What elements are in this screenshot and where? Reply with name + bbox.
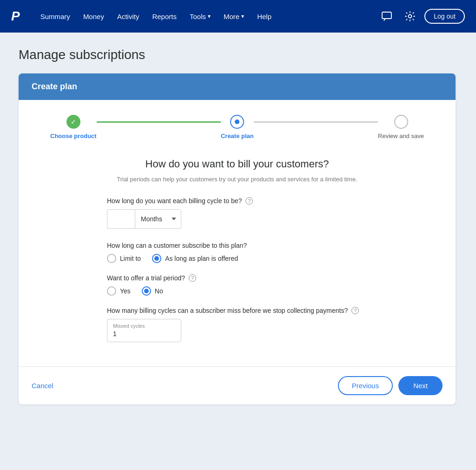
nav-links: Summary Money Activity Reports Tools Mor… — [35, 9, 378, 24]
create-plan-card: Create plan ✓ Choose product Create plan — [19, 73, 456, 404]
radio-label-no: No — [155, 287, 163, 295]
nav-link-money[interactable]: Money — [78, 9, 110, 24]
nav-link-more[interactable]: More — [218, 9, 250, 24]
step-review-and-save: Review and save — [378, 115, 424, 139]
missed-cycles-input[interactable] — [113, 330, 175, 338]
radio-btn-yes[interactable] — [107, 286, 116, 296]
billing-cycle-unit-select[interactable]: Days Weeks Months Years — [135, 209, 181, 229]
billing-cycle-section: How long do you want each billing cycle … — [107, 197, 367, 229]
footer-right: Previous Next — [338, 376, 443, 395]
missed-cycles-input-wrapper: Missed cycles — [107, 319, 181, 342]
card-footer: Cancel Previous Next — [19, 366, 456, 404]
next-button[interactable]: Next — [398, 376, 443, 395]
trial-period-options: Yes No — [107, 286, 367, 296]
svg-rect-0 — [382, 12, 391, 19]
step-choose-product: ✓ Choose product — [50, 115, 97, 139]
radio-btn-no[interactable] — [142, 286, 151, 296]
form-heading: How do you want to bill your customers? — [107, 158, 367, 170]
form-section: How do you want to bill your customers? … — [107, 158, 367, 342]
subscription-duration-options: Limit to As long as plan is offered — [107, 254, 367, 263]
billing-cycle-number-input[interactable] — [107, 209, 135, 229]
radio-as-long-as[interactable]: As long as plan is offered — [152, 254, 238, 263]
previous-button[interactable]: Previous — [338, 376, 393, 395]
radio-no[interactable]: No — [142, 286, 163, 296]
billing-cycle-help-icon[interactable]: ? — [245, 197, 253, 205]
card-header-title: Create plan — [32, 82, 77, 91]
billing-cycle-label-row: How long do you want each billing cycle … — [107, 197, 367, 205]
missed-cycles-section: How many billing cycles can a subscriber… — [107, 307, 367, 342]
step-circle-create-plan — [230, 115, 244, 129]
billing-cycle-inputs: Days Weeks Months Years — [107, 209, 367, 229]
settings-icon-button[interactable] — [401, 7, 419, 25]
subscription-duration-label: How long can a customer subscribe to thi… — [107, 242, 247, 249]
step-label-choose-product: Choose product — [50, 132, 97, 139]
trial-period-label-row: Want to offer a trial period? ? — [107, 274, 367, 282]
form-subtext: Trial periods can help your customers tr… — [107, 175, 367, 184]
radio-label-limit-to: Limit to — [120, 255, 141, 262]
step-connector-2 — [254, 121, 378, 123]
navbar: P Summary Money Activity Reports Tools M… — [0, 0, 476, 33]
missed-cycles-label: How many billing cycles can a subscriber… — [107, 307, 348, 314]
cancel-button[interactable]: Cancel — [32, 382, 53, 390]
radio-label-yes: Yes — [120, 287, 131, 295]
nav-link-help[interactable]: Help — [251, 9, 277, 24]
paypal-logo: P — [11, 9, 20, 24]
step-circle-review-and-save — [394, 115, 408, 129]
step-connector-1 — [97, 121, 221, 123]
step-label-review-and-save: Review and save — [378, 132, 424, 139]
trial-period-help-icon[interactable]: ? — [189, 274, 196, 282]
missed-cycles-help-icon[interactable]: ? — [351, 307, 359, 314]
step-create-plan: Create plan — [221, 115, 254, 139]
card-header: Create plan — [19, 73, 456, 100]
nav-link-reports[interactable]: Reports — [146, 9, 182, 24]
subscription-duration-section: How long can a customer subscribe to thi… — [107, 242, 367, 263]
billing-cycle-label: How long do you want each billing cycle … — [107, 197, 242, 205]
nav-link-activity[interactable]: Activity — [112, 9, 145, 24]
step-circle-choose-product: ✓ — [66, 115, 80, 129]
trial-period-label: Want to offer a trial period? — [107, 274, 185, 282]
page-content: Manage subscriptions Create plan ✓ Choos… — [0, 33, 476, 470]
step-label-create-plan: Create plan — [221, 132, 254, 139]
page-title: Manage subscriptions — [19, 47, 457, 62]
navbar-actions: Log out — [378, 7, 465, 25]
radio-btn-as-long-as[interactable] — [152, 254, 161, 263]
radio-label-as-long-as: As long as plan is offered — [165, 255, 238, 262]
message-icon-button[interactable] — [378, 7, 396, 25]
radio-yes[interactable]: Yes — [107, 286, 131, 296]
trial-period-section: Want to offer a trial period? ? Yes No — [107, 274, 367, 296]
subscription-duration-label-row: How long can a customer subscribe to thi… — [107, 242, 367, 249]
svg-point-1 — [409, 15, 412, 18]
stepper: ✓ Choose product Create plan Review and … — [32, 115, 443, 139]
radio-btn-limit-to[interactable] — [107, 254, 116, 263]
logout-button[interactable]: Log out — [424, 9, 465, 24]
nav-link-summary[interactable]: Summary — [35, 9, 76, 24]
card-body: ✓ Choose product Create plan Review and … — [19, 100, 456, 366]
missed-cycles-label-row: How many billing cycles can a subscriber… — [107, 307, 367, 314]
missed-cycles-field-label: Missed cycles — [113, 323, 175, 329]
radio-limit-to[interactable]: Limit to — [107, 254, 141, 263]
nav-link-tools[interactable]: Tools — [184, 9, 216, 24]
